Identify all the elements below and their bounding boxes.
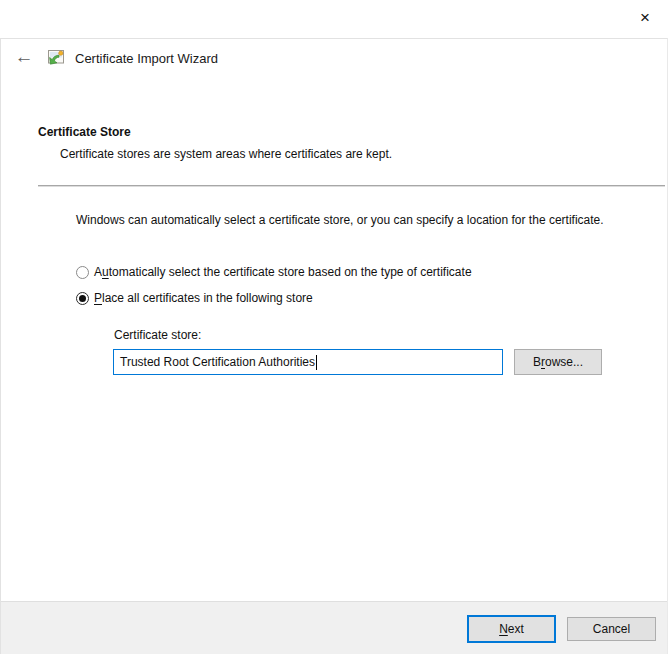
certificate-import-wizard-dialog: ← Certificate Import Wizard Certificate … [0,38,668,654]
radio-automatic-store-label[interactable]: Automatically select the certificate sto… [94,265,472,279]
text-caret [316,355,317,370]
step-heading: Certificate Store [38,125,131,139]
certificate-store-label: Certificate store: [114,328,201,342]
radio-row-place-all[interactable]: Place all certificates in the following … [76,291,313,305]
close-icon[interactable]: × [633,8,657,30]
wizard-title: Certificate Import Wizard [75,51,218,66]
browse-button[interactable]: Browse... [514,349,602,375]
radio-place-all[interactable] [76,292,89,305]
next-button[interactable]: Next [467,615,556,643]
certificate-store-input[interactable]: Trusted Root Certification Authorities [113,349,503,375]
radio-automatic-store[interactable] [76,266,89,279]
footer: Next Cancel [1,601,667,654]
radio-place-all-label[interactable]: Place all certificates in the following … [94,291,313,305]
divider [38,185,665,187]
cancel-button[interactable]: Cancel [567,617,656,641]
certificate-import-icon [45,46,67,68]
step-subheading: Certificate stores are system areas wher… [60,147,392,161]
intro-text: Windows can automatically select a certi… [76,212,624,228]
certificate-store-value: Trusted Root Certification Authorities [120,355,315,369]
radio-row-automatic-store[interactable]: Automatically select the certificate sto… [76,265,472,279]
back-button[interactable]: ← [11,45,37,69]
